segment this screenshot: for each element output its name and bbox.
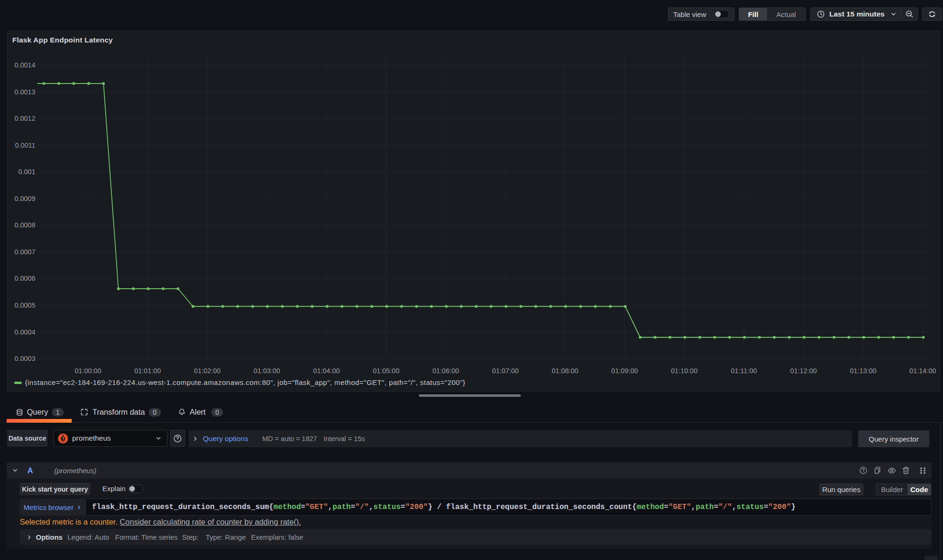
svg-text:01:03:00: 01:03:00 (253, 367, 280, 375)
svg-text:01:14:00: 01:14:00 (910, 367, 936, 375)
svg-text:01:08:00: 01:08:00 (551, 367, 578, 375)
svg-text:01:07:00: 01:07:00 (492, 367, 518, 375)
svg-text:0.0004: 0.0004 (15, 328, 35, 336)
svg-text:0.0012: 0.0012 (15, 115, 35, 122)
svg-text:0.0008: 0.0008 (15, 221, 35, 229)
svg-text:01:06:00: 01:06:00 (433, 367, 459, 375)
svg-text:01:00:00: 01:00:00 (75, 367, 101, 375)
svg-text:01:12:00: 01:12:00 (790, 367, 817, 375)
svg-text:01:05:00: 01:05:00 (373, 367, 399, 375)
svg-text:0.0003: 0.0003 (15, 355, 35, 362)
svg-text:0.0005: 0.0005 (15, 301, 35, 309)
svg-text:0.0014: 0.0014 (15, 61, 35, 69)
svg-text:0.001: 0.001 (18, 168, 35, 176)
svg-text:01:11:00: 01:11:00 (731, 367, 757, 375)
svg-text:01:02:00: 01:02:00 (194, 367, 220, 375)
svg-text:01:13:00: 01:13:00 (850, 367, 876, 375)
svg-text:0.0011: 0.0011 (15, 142, 35, 149)
svg-text:01:04:00: 01:04:00 (313, 367, 340, 375)
svg-text:01:10:00: 01:10:00 (671, 367, 697, 375)
svg-text:01:01:00: 01:01:00 (134, 367, 161, 375)
svg-text:0.0007: 0.0007 (15, 248, 35, 256)
svg-text:0.0006: 0.0006 (15, 275, 35, 282)
svg-text:01:09:00: 01:09:00 (611, 367, 638, 375)
svg-text:0.0013: 0.0013 (15, 88, 35, 96)
svg-text:0.0009: 0.0009 (15, 195, 35, 202)
